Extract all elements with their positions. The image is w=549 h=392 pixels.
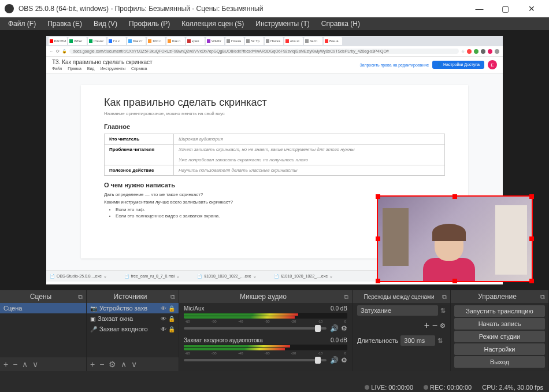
resize-handle[interactable] [529, 279, 534, 283]
move-down-button[interactable]: ∨ [32, 360, 38, 369]
browser-tab: Wher [68, 37, 87, 45]
exit-button[interactable]: Выход [454, 356, 545, 368]
url-field: docs.google.com/document/d/1XbYfJ3Z5F3ku… [69, 49, 459, 54]
resize-handle[interactable] [529, 236, 534, 241]
move-up-button[interactable]: ∧ [22, 360, 28, 369]
lock-icon[interactable]: 🔒 [168, 305, 175, 312]
dock-icon[interactable]: ⧉ [170, 293, 175, 301]
dock-icon[interactable]: ⧉ [78, 293, 83, 301]
source-properties-button[interactable]: ⚙ [109, 360, 116, 369]
share-button: 👤 Настройки Доступа [432, 61, 484, 69]
browser-tab: Гл х [107, 37, 126, 45]
transition-select[interactable]: Затухание [357, 305, 438, 316]
mic-icon: 🎤 [90, 326, 97, 332]
dock-icon[interactable]: ⧉ [540, 293, 545, 301]
resize-handle[interactable] [452, 279, 457, 283]
sources-panel: Источники ⧉ 📷 Устройство захв 👁🔒 ▣ Захва… [87, 290, 179, 371]
remove-scene-button[interactable]: − [13, 360, 17, 369]
move-up-button[interactable]: ∧ [121, 360, 127, 369]
browser-tab: крип [186, 37, 205, 45]
gear-icon[interactable]: ⚙ [440, 322, 446, 330]
browser-tab: РАСПИ [49, 37, 67, 45]
download-item: 📄§1018_1020_1022_....exe⌄ [274, 274, 333, 279]
sources-panel-title: Источники [90, 293, 170, 301]
duration-label: Длительность [357, 337, 398, 344]
lock-icon[interactable]: 🔒 [168, 326, 175, 332]
audio-meter [184, 313, 347, 319]
studio-mode-button[interactable]: Режим студии [454, 331, 545, 342]
dock-icon[interactable]: ⧉ [344, 293, 348, 301]
volume-slider[interactable] [184, 327, 327, 330]
settings-button[interactable]: Настройки [454, 343, 545, 355]
doc-title: Т3. Как правильно сделать скринкаст [52, 59, 360, 65]
browser-tab: Паска [265, 37, 283, 45]
source-item[interactable]: 🎤 Захват входного 👁🔒 [87, 324, 179, 334]
speaker-icon[interactable]: 🔊 [330, 356, 339, 364]
menu-file[interactable]: Файл (F) [2, 19, 42, 29]
doc-section-heading: Главное [104, 123, 445, 130]
gear-icon[interactable]: ⚙ [341, 356, 347, 364]
visibility-icon[interactable]: 👁 [161, 305, 166, 312]
menu-tools[interactable]: Инструменты (T) [250, 19, 315, 29]
menu-edit[interactable]: Правка (E) [42, 19, 88, 29]
speaker-icon[interactable]: 🔊 [330, 324, 339, 332]
browser-tab: If Ever [88, 37, 106, 45]
source-item[interactable]: 📷 Устройство захв 👁🔒 [87, 303, 179, 313]
add-source-button[interactable]: + [90, 360, 95, 369]
visibility-icon[interactable]: 👁 [161, 316, 166, 322]
gear-icon[interactable]: ⚙ [341, 324, 347, 332]
stepper-icon[interactable]: ⇅ [437, 337, 443, 345]
browser-tab: Плеза [225, 37, 244, 45]
lock-icon[interactable]: 🔒 [168, 316, 175, 322]
visibility-icon[interactable]: 👁 [161, 326, 166, 332]
mixer-panel-title: Микшер аудио [183, 293, 344, 301]
scenes-panel-title: Сцены [3, 293, 78, 301]
volume-slider[interactable] [184, 359, 327, 361]
controls-panel: Управление ⧉ Запустить трансляцию Начать… [451, 290, 549, 371]
menu-help[interactable]: Справка (H) [316, 19, 366, 29]
window-icon: ▣ [90, 316, 95, 322]
menu-view[interactable]: Вид (V) [88, 19, 123, 29]
remove-source-button[interactable]: − [99, 360, 104, 369]
chevron-updown-icon[interactable]: ⇅ [440, 307, 446, 315]
minimize-button[interactable]: — [466, 0, 492, 17]
browser-tab: obs st [284, 37, 303, 45]
maximize-button[interactable]: ▢ [492, 0, 518, 17]
browser-tab: 100 п [147, 37, 165, 45]
doc-table: Кто читательШирокая аудитория Проблема ч… [104, 134, 445, 176]
browser-address-bar: ← ⟳ 🔒 docs.google.com/document/d/1XbYfJ3… [46, 46, 503, 57]
mixer-channel: Захват входного аудиопотока0.0 dB -60-50… [179, 335, 352, 367]
window-titlebar: OBS 25.0.8 (64-bit, windows) - Профиль: … [0, 0, 549, 17]
live-indicator-icon [365, 385, 369, 390]
add-transition-button[interactable]: + − [357, 320, 437, 331]
resize-handle[interactable] [529, 194, 534, 199]
browser-tab: бесп [304, 37, 322, 45]
browser-tab: 52 Тр [245, 37, 264, 45]
resize-handle[interactable] [452, 194, 457, 199]
menu-profile[interactable]: Профиль (P) [123, 19, 176, 29]
preview-area[interactable]: РАСПИ Wher If Ever Гл х Как ст 100 п Как… [0, 30, 549, 290]
source-item[interactable]: ▣ Захват окна 👁🔒 [87, 313, 179, 324]
add-scene-button[interactable]: + [3, 360, 8, 369]
resize-handle[interactable] [376, 236, 380, 241]
dock-icon[interactable]: ⧉ [442, 293, 447, 301]
webcam-source-selection[interactable] [377, 195, 533, 282]
doc-subtitle: Название ориентировочное, можно менять н… [104, 111, 445, 116]
doc-section-heading: О чем нужно написать [104, 182, 445, 188]
rec-indicator-icon [424, 385, 428, 390]
menu-scene-collection[interactable]: Коллекция сцен (S) [176, 19, 250, 29]
browser-tabstrip: РАСПИ Wher If Ever Гл х Как ст 100 п Как… [46, 36, 503, 46]
menubar: Файл (F) Правка (E) Вид (V) Профиль (P) … [0, 17, 549, 30]
duration-input[interactable]: 300 ms [400, 335, 435, 346]
start-streaming-button[interactable]: Запустить трансляцию [454, 305, 545, 317]
doc-menu: Файл Правка Вид Инструменты Справка [52, 66, 360, 71]
start-recording-button[interactable]: Начать запись [454, 318, 545, 330]
move-down-button[interactable]: ∨ [131, 360, 137, 369]
scene-item[interactable]: Сцена [0, 303, 86, 313]
close-button[interactable]: ✕ [518, 0, 544, 17]
browser-tab: Wildbr [206, 37, 224, 45]
resize-handle[interactable] [376, 279, 380, 283]
reload-icon: ⟳ [56, 49, 60, 54]
resize-handle[interactable] [376, 194, 380, 199]
google-docs-header: Т3. Как правильно сделать скринкаст Файл… [46, 57, 503, 73]
